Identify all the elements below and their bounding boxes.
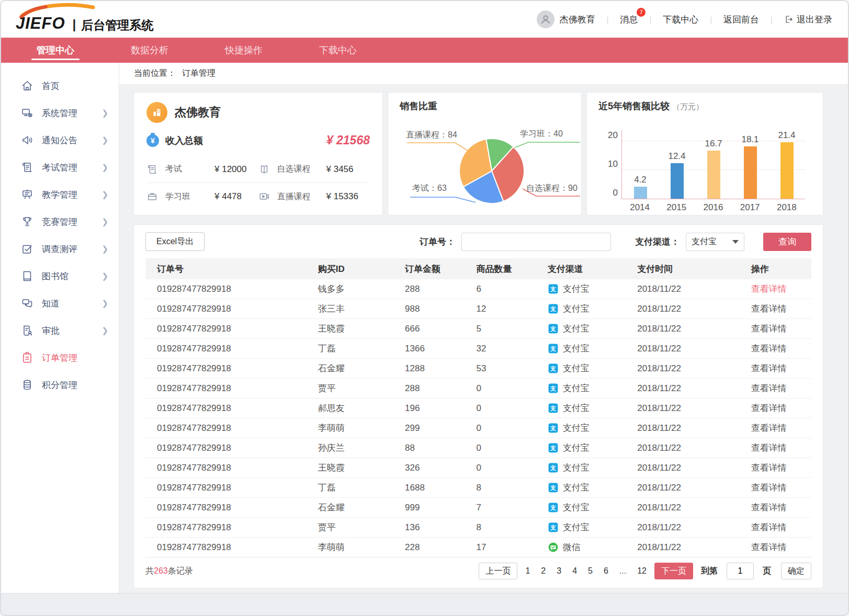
column-header: 购买ID <box>318 263 405 275</box>
goto-page-label: 到第 <box>701 566 718 577</box>
table-toolbar: Excel导出 订单号： 支付渠道： 支付宝 查询 <box>145 225 811 258</box>
table-row: 019287477829918王晓霞6665支支付宝2018/11/22查看详情 <box>145 319 811 339</box>
amount-cell: 288 <box>405 284 476 294</box>
income-summary-card: 杰佛教育 ¥ 收入总额 ¥ 21568 考试¥ 12000自选课程¥ 3456学… <box>133 92 383 215</box>
nav-tab[interactable]: 数据分析 <box>131 38 168 63</box>
header-menu-item[interactable]: 消息7 <box>620 14 638 26</box>
header-menu-item[interactable]: 返回前台 <box>723 14 759 26</box>
nav-tab[interactable]: 管理中心 <box>37 38 74 63</box>
prev-page-button[interactable]: 上一页 <box>479 563 517 579</box>
table-row: 019287477829918钱多多2886支支付宝2018/11/22查看详情 <box>145 279 811 299</box>
column-header: 商品数量 <box>476 263 547 275</box>
breadcrumb-current: 订单管理 <box>182 68 216 79</box>
action-cell: 查看详情 <box>751 323 811 335</box>
y-axis-tick: 10 <box>608 159 618 169</box>
excel-export-button[interactable]: Excel导出 <box>145 232 205 251</box>
header-menu-item[interactable]: 退出登录 <box>784 14 832 26</box>
page-number[interactable]: 6 <box>601 566 612 576</box>
page-number[interactable]: 12 <box>634 566 650 576</box>
goto-page-suffix: 页 <box>763 566 771 577</box>
sidebar-item[interactable]: 教学管理❯ <box>1 181 119 208</box>
table-row: 019287477829918石金耀128853支支付宝2018/11/22查看… <box>145 359 811 379</box>
nav-tab[interactable]: 下载中心 <box>319 38 357 63</box>
goto-page-input[interactable] <box>727 563 754 579</box>
view-details-link[interactable]: 查看详情 <box>751 503 787 512</box>
message-badge: 7 <box>637 8 646 17</box>
sidebar-item[interactable]: 通知公告❯ <box>1 127 119 154</box>
pay-time-cell: 2018/11/22 <box>637 284 751 294</box>
bar <box>671 163 684 199</box>
header-menu-item[interactable]: 下载中心 <box>663 14 698 26</box>
pay-time-cell: 2018/11/22 <box>637 423 751 434</box>
sidebar-item[interactable]: 系统管理❯ <box>1 99 119 127</box>
page-number[interactable]: 5 <box>585 566 596 576</box>
view-details-link[interactable]: 查看详情 <box>751 304 787 314</box>
breadcrumb: 当前位置： 订单管理 <box>119 63 848 85</box>
sidebar-item[interactable]: 首页 <box>1 72 119 99</box>
pay-time-cell: 2018/11/22 <box>637 443 751 453</box>
quantity-cell: 0 <box>476 443 547 453</box>
order-no-input[interactable] <box>461 233 611 251</box>
page-number[interactable]: 2 <box>538 566 549 576</box>
sidebar-item[interactable]: 竞赛管理❯ <box>1 208 119 235</box>
income-row: ¥ 收入总额 ¥ 21568 <box>146 133 370 147</box>
sidebar-item[interactable]: 调查测评❯ <box>1 235 119 263</box>
page-ellipsis: ... <box>616 566 629 576</box>
channel-select[interactable]: 支付宝 <box>686 233 744 251</box>
sidebar-item[interactable]: 审批❯ <box>1 317 119 344</box>
page-number[interactable]: 3 <box>553 566 564 576</box>
bar-value-label: 21.4 <box>778 130 795 141</box>
view-details-link[interactable]: 查看详情 <box>751 344 787 353</box>
bar-group: 4.2 <box>625 130 655 199</box>
sidebar-item-label: 竞赛管理 <box>42 216 77 228</box>
bar <box>744 146 757 199</box>
main-nav: 管理中心数据分析快捷操作下载中心 <box>1 38 848 63</box>
view-details-link[interactable]: 查看详情 <box>751 383 787 393</box>
sidebar-item[interactable]: 知道❯ <box>1 290 119 317</box>
search-button[interactable]: 查询 <box>763 233 811 251</box>
bar-value-label: 4.2 <box>634 175 647 185</box>
nav-tab[interactable]: 快捷操作 <box>225 38 263 63</box>
bar <box>634 187 647 199</box>
view-details-link[interactable]: 查看详情 <box>751 542 787 552</box>
table-row: 019287477829918贾平1368支支付宝2018/11/22查看详情 <box>145 518 811 538</box>
column-header: 支付渠道 <box>548 263 637 275</box>
header-menu-separator: | <box>771 15 773 24</box>
view-details-link[interactable]: 查看详情 <box>751 483 787 493</box>
view-details-link[interactable]: 查看详情 <box>751 423 787 433</box>
sidebar-item[interactable]: 考试管理❯ <box>1 154 119 181</box>
user-account[interactable]: 杰佛教育 <box>537 10 595 28</box>
brand-logo[interactable]: JIEFO | 后台管理系统 <box>16 1 153 38</box>
view-details-link[interactable]: 查看详情 <box>751 443 787 453</box>
know-icon <box>21 297 33 310</box>
confirm-page-button[interactable]: 确定 <box>781 563 811 579</box>
view-details-link[interactable]: 查看详情 <box>751 284 787 294</box>
chevron-right-icon: ❯ <box>101 299 108 308</box>
buyer-cell: 王晓霞 <box>318 462 405 474</box>
view-details-link[interactable]: 查看详情 <box>751 324 787 334</box>
sidebar-item[interactable]: 订单管理 <box>1 344 119 371</box>
announce-icon <box>21 134 33 146</box>
points-icon <box>21 379 33 391</box>
channel-name: 支付宝 <box>563 343 590 355</box>
view-details-link[interactable]: 查看详情 <box>751 403 787 413</box>
payment-channel-cell: 支支付宝 <box>548 362 637 374</box>
next-page-button[interactable]: 下一页 <box>654 563 693 579</box>
bar <box>780 142 794 199</box>
chevron-down-icon <box>732 240 739 244</box>
x-axis-label: 2017 <box>735 202 765 213</box>
svg-text:支: 支 <box>550 326 557 332</box>
channel-name: 支付宝 <box>563 362 590 374</box>
view-details-link[interactable]: 查看详情 <box>751 363 787 373</box>
sidebar-item[interactable]: 积分管理 <box>1 371 119 398</box>
bar-chart-title: 近5年销售额比较 （万元） <box>598 100 812 112</box>
channel-name: 支付宝 <box>563 382 590 394</box>
view-details-link[interactable]: 查看详情 <box>751 463 787 473</box>
view-details-link[interactable]: 查看详情 <box>751 522 787 532</box>
header-right: 杰佛教育 |消息7|下载中心|返回前台|退出登录 <box>537 10 832 28</box>
sidebar-item[interactable]: 图书馆❯ <box>1 263 119 290</box>
page-number[interactable]: 1 <box>522 566 533 576</box>
amount-cell: 326 <box>405 463 476 473</box>
quantity-cell: 0 <box>476 463 547 473</box>
page-number[interactable]: 4 <box>569 566 580 576</box>
